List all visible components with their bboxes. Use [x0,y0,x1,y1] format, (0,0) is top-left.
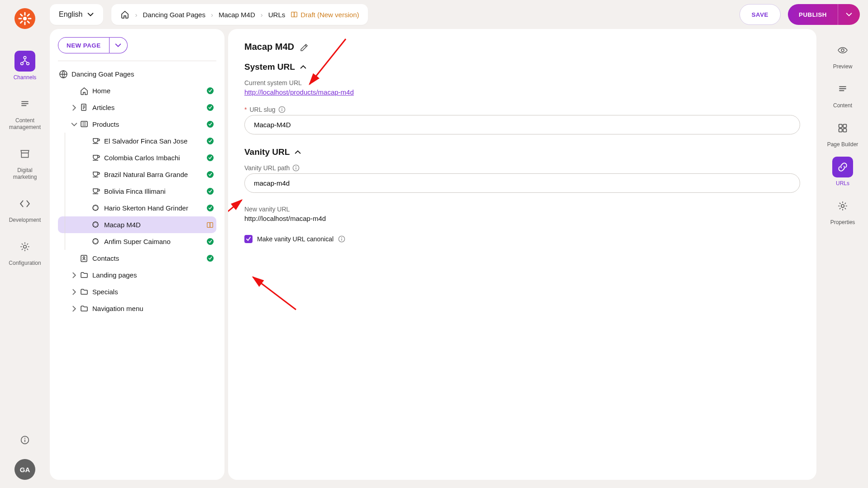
draft-icon [291,11,298,18]
tree-node[interactable]: Colombia Carlos Imbachi [58,149,216,166]
status-published-icon [207,87,214,94]
folder2-icon [79,287,90,297]
chevron-right-icon[interactable] [70,104,79,111]
status-draft-icon [206,221,214,229]
folder2-icon [79,271,90,280]
help-icon[interactable] [19,434,31,446]
rail-content-management[interactable]: Content management [9,94,41,131]
current-system-url-link[interactable]: http://localhost/products/macap-m4d [244,88,354,96]
svg-line-22 [253,277,296,310]
tree-node[interactable]: Specials [58,283,216,300]
annotation-arrow [246,273,300,314]
section-system-url[interactable]: System URL [244,62,800,72]
publish-button-main[interactable]: PUBLISH [788,4,838,25]
rail-label: Content management [9,117,41,131]
new-page-dropdown[interactable] [110,37,128,53]
cup-icon [91,170,101,179]
status-published-icon [207,138,214,144]
page-tree-panel: NEW PAGE Dancing Goat Pages HomeArticles… [50,29,224,480]
grinder-icon [91,237,101,246]
tree-node[interactable]: Macap M4D [58,216,216,233]
canonical-checkbox[interactable] [244,235,253,243]
grinder-icon [91,204,101,213]
publish-button[interactable]: PUBLISH [788,4,860,25]
section-vanity-url[interactable]: Vanity URL [244,147,800,157]
tree-node[interactable]: Anfim Super Caimano [58,233,216,250]
rr-urls[interactable]: URLs [820,157,865,187]
tree-label: Products [92,120,207,128]
rr-content[interactable]: Content [820,79,865,109]
chevron-up-icon [300,63,307,71]
rail-digital-marketing[interactable]: Digital marketing [13,144,37,181]
rail-channels[interactable]: Channels [14,51,37,81]
tree-node[interactable]: Contacts [58,250,216,267]
contacts-icon [79,254,90,263]
current-system-url-label: Current system URL [244,79,800,86]
tree-root[interactable]: Dancing Goat Pages [58,66,216,82]
tree-label: Bolivia Finca Illimani [104,187,207,195]
status-published-icon [207,238,214,245]
rail-label: Channels [14,74,37,81]
new-vanity-label: New vanity URL [244,206,800,213]
home-icon[interactable] [120,10,129,19]
chevron-right-icon[interactable] [70,288,79,296]
rail-label: Configuration [9,260,41,267]
publish-dropdown[interactable] [838,4,860,25]
tree-node[interactable]: El Salvador Finca San Jose [58,133,216,149]
tree-label: Landing pages [92,271,214,279]
save-button[interactable]: SAVE [739,4,781,25]
tree-label: Home [92,87,207,95]
edit-icon[interactable] [300,43,309,52]
info-icon[interactable] [278,106,286,113]
svg-point-19 [23,17,27,20]
tree-label: Specials [92,288,214,296]
chevron-right-icon[interactable] [70,272,79,279]
breadcrumb-item[interactable]: URLs [268,11,286,19]
tree-node[interactable]: Articles [58,99,216,116]
url-slug-input[interactable] [244,115,800,134]
language-selector[interactable]: English [50,4,103,25]
doc-icon [79,103,90,112]
new-page-button[interactable]: NEW PAGE [58,37,110,53]
chevron-down-icon[interactable] [70,121,79,128]
new-vanity-value: http://localhost/macap-m4d [244,215,800,222]
status-published-icon [207,171,214,178]
avatar[interactable]: GA [14,459,35,480]
tree-node[interactable]: Hario Skerton Hand Grinder [58,200,216,216]
tree-label: Anfim Super Caimano [104,238,207,245]
globe-icon [58,70,69,79]
rr-preview[interactable]: Preview [820,40,865,70]
right-rail: Preview Content Page Builder URLs Proper… [820,29,865,480]
breadcrumb-item[interactable]: Macap M4D [219,11,255,19]
info-icon[interactable] [338,235,345,243]
folder2-icon [79,304,90,313]
tree-node[interactable]: Bolivia Finca Illimani [58,183,216,200]
breadcrumb-item[interactable]: Dancing Goat Pages [143,11,205,19]
svg-line-21 [228,200,242,217]
info-icon[interactable] [292,164,300,172]
vanity-path-input[interactable] [244,173,800,193]
canonical-label: Make vanity URL canonical [257,235,334,243]
rail-development[interactable]: Development [9,193,41,224]
form-panel: Macap M4D System URL Current system URL … [228,29,816,480]
tree-node[interactable]: Home [58,82,216,99]
breadcrumb: › Dancing Goat Pages › Macap M4D › URLs … [111,4,368,25]
tree-node[interactable]: Brazil Natural Barra Grande [58,166,216,183]
annotation-arrow [228,196,246,219]
chevron-up-icon [294,148,301,156]
status-published-icon [207,154,214,161]
tree-node[interactable]: Navigation menu [58,300,216,317]
tree-node[interactable]: Landing pages [58,267,216,283]
chevron-right-icon[interactable] [70,305,79,312]
language-label: English [59,10,82,19]
chevron-down-icon [87,11,94,18]
home-icon [79,86,90,96]
app-logo[interactable] [14,8,35,29]
rail-configuration[interactable]: Configuration [9,236,41,267]
folder-icon [79,120,90,129]
tree-node[interactable]: Products [58,116,216,133]
status-published-icon [207,255,214,262]
rr-properties[interactable]: Properties [820,196,865,225]
rr-page-builder[interactable]: Page Builder [820,118,865,148]
chevron-down-icon [845,11,853,18]
